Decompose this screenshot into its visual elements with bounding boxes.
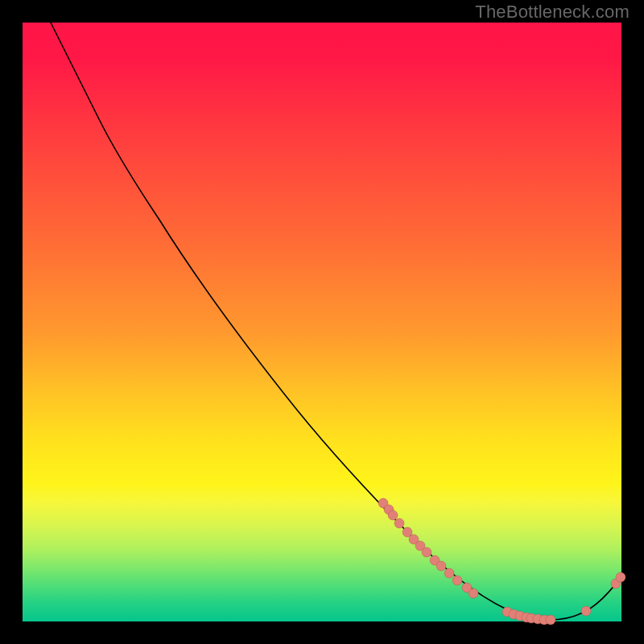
svg-point-21 (546, 615, 555, 625)
chart-overlay (23, 23, 621, 621)
chart-frame: TheBottleneck.com (0, 0, 644, 644)
svg-point-3 (394, 518, 404, 528)
svg-point-2 (388, 510, 398, 520)
svg-point-10 (444, 568, 454, 578)
watermark-text: TheBottleneck.com (475, 2, 630, 23)
svg-point-13 (469, 588, 478, 598)
bottleneck-curve (51, 23, 621, 620)
svg-point-22 (581, 606, 591, 616)
svg-point-9 (436, 561, 446, 571)
scatter-points (378, 498, 625, 625)
svg-point-24 (616, 572, 625, 582)
svg-point-7 (422, 547, 431, 557)
svg-point-11 (452, 576, 462, 585)
